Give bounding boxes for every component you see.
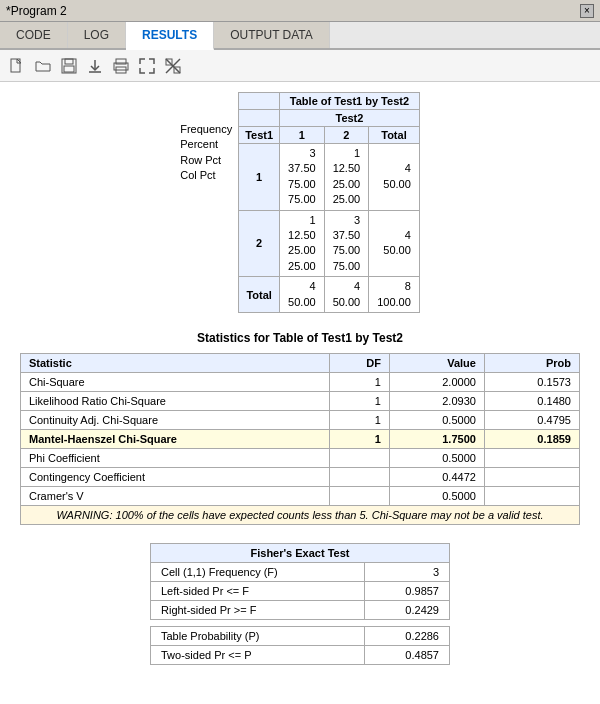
cell-total-1: 4 50.00 bbox=[280, 277, 325, 313]
stats-col-df: DF bbox=[330, 353, 389, 372]
stat-label: Likelihood Ratio Chi-Square bbox=[21, 391, 330, 410]
crosstab-wrapper: FrequencyPercentRow PctCol Pct Table of … bbox=[20, 92, 580, 313]
fullscreen-button[interactable] bbox=[162, 55, 184, 77]
stat-prob bbox=[484, 448, 579, 467]
tab-results[interactable]: RESULTS bbox=[126, 22, 214, 50]
stat-df bbox=[330, 448, 389, 467]
stat-label: Chi-Square bbox=[21, 372, 330, 391]
cell-2-1: 1 12.50 25.00 25.00 bbox=[280, 210, 325, 277]
table-row: Right-sided Pr >= F 0.2429 bbox=[151, 600, 450, 619]
new-button[interactable] bbox=[6, 55, 28, 77]
tab-log[interactable]: LOG bbox=[68, 22, 126, 48]
table-row: 1 3 37.50 75.00 75.00 1 12.50 25.00 25.0… bbox=[239, 144, 420, 211]
freq-label: FrequencyPercentRow PctCol Pct bbox=[180, 122, 232, 184]
tab-code[interactable]: CODE bbox=[0, 22, 68, 48]
table-row: Cell (1,1) Frequency (F) 3 bbox=[151, 562, 450, 581]
expand-icon bbox=[139, 58, 155, 74]
download-icon bbox=[87, 58, 103, 74]
stat-value: 0.5000 bbox=[389, 448, 484, 467]
stats-title: Statistics for Table of Test1 by Test2 bbox=[20, 331, 580, 345]
fisher-label: Table Probability (P) bbox=[151, 626, 365, 645]
stat-label: Mantel-Haenszel Chi-Square bbox=[21, 429, 330, 448]
stat-prob: 0.1573 bbox=[484, 372, 579, 391]
table-row: Statistic DF Value Prob bbox=[21, 353, 580, 372]
row-header-2: 2 bbox=[239, 210, 280, 277]
open-button[interactable] bbox=[32, 55, 54, 77]
fisher-table: Fisher's Exact Test Cell (1,1) Frequency… bbox=[150, 543, 450, 665]
test2-header: Test2 bbox=[280, 110, 420, 127]
fisher-label: Right-sided Pr >= F bbox=[151, 600, 365, 619]
stat-prob: 0.1480 bbox=[484, 391, 579, 410]
table-row: Chi-Square 1 2.0000 0.1573 bbox=[21, 372, 580, 391]
fisher-value: 0.9857 bbox=[365, 581, 450, 600]
stat-label: Contingency Coefficient bbox=[21, 467, 330, 486]
svg-rect-4 bbox=[64, 66, 74, 72]
table-row: Continuity Adj. Chi-Square 1 0.5000 0.47… bbox=[21, 410, 580, 429]
col-header-total: Total bbox=[369, 127, 420, 144]
crosstab-table: Table of Test1 by Test2 Test2 Test1 1 2 … bbox=[238, 92, 420, 313]
stat-value: 2.0000 bbox=[389, 372, 484, 391]
stats-col-prob: Prob bbox=[484, 353, 579, 372]
stat-label: Continuity Adj. Chi-Square bbox=[21, 410, 330, 429]
table-row: Left-sided Pr <= F 0.9857 bbox=[151, 581, 450, 600]
fisher-wrapper: Fisher's Exact Test Cell (1,1) Frequency… bbox=[20, 543, 580, 665]
title-bar-text: *Program 2 bbox=[6, 4, 67, 18]
table-row: Phi Coefficient 0.5000 bbox=[21, 448, 580, 467]
print-icon bbox=[113, 58, 129, 74]
table-row: Table Probability (P) 0.2286 bbox=[151, 626, 450, 645]
new-icon bbox=[9, 58, 25, 74]
stat-prob bbox=[484, 486, 579, 505]
stat-value: 0.4472 bbox=[389, 467, 484, 486]
toolbar bbox=[0, 50, 600, 82]
save-button[interactable] bbox=[58, 55, 80, 77]
tab-bar: CODE LOG RESULTS OUTPUT DATA bbox=[0, 22, 600, 50]
fisher-value: 3 bbox=[365, 562, 450, 581]
stats-warning-row: WARNING: 100% of the cells have expected… bbox=[21, 505, 580, 524]
fisher-section: Fisher's Exact Test Cell (1,1) Frequency… bbox=[20, 543, 580, 665]
svg-rect-3 bbox=[65, 59, 73, 64]
crosstab-title bbox=[239, 93, 280, 110]
crosstab-outer: FrequencyPercentRow PctCol Pct Table of … bbox=[180, 92, 420, 313]
stat-df: 1 bbox=[330, 429, 389, 448]
stat-prob: 0.4795 bbox=[484, 410, 579, 429]
print-button[interactable] bbox=[110, 55, 132, 77]
cell-1-1: 3 37.50 75.00 75.00 bbox=[280, 144, 325, 211]
fisher-value: 0.4857 bbox=[365, 645, 450, 664]
fisher-label: Two-sided Pr <= P bbox=[151, 645, 365, 664]
close-button[interactable]: × bbox=[580, 4, 594, 18]
table-row-spacer bbox=[151, 619, 450, 626]
stat-prob: 0.1859 bbox=[484, 429, 579, 448]
cell-2-total: 4 50.00 bbox=[369, 210, 420, 277]
stat-df: 1 bbox=[330, 391, 389, 410]
table-row: Fisher's Exact Test bbox=[151, 543, 450, 562]
open-icon bbox=[35, 58, 51, 74]
fisher-label: Cell (1,1) Frequency (F) bbox=[151, 562, 365, 581]
save-icon bbox=[61, 58, 77, 74]
cell-2-2: 3 37.50 75.00 75.00 bbox=[324, 210, 369, 277]
stat-value: 1.7500 bbox=[389, 429, 484, 448]
crosstab-section: FrequencyPercentRow PctCol Pct Table of … bbox=[20, 92, 580, 313]
tab-output-data[interactable]: OUTPUT DATA bbox=[214, 22, 330, 48]
download-button[interactable] bbox=[84, 55, 106, 77]
stat-value: 0.5000 bbox=[389, 486, 484, 505]
test1-header: Test1 bbox=[239, 127, 280, 144]
expand-button[interactable] bbox=[136, 55, 158, 77]
fisher-label: Left-sided Pr <= F bbox=[151, 581, 365, 600]
stat-df: 1 bbox=[330, 410, 389, 429]
stat-value: 0.5000 bbox=[389, 410, 484, 429]
crosstab-main-title: Table of Test1 by Test2 bbox=[280, 93, 420, 110]
fisher-value: 0.2429 bbox=[365, 600, 450, 619]
cell-total-2: 4 50.00 bbox=[324, 277, 369, 313]
stat-label: Cramer's V bbox=[21, 486, 330, 505]
stat-df: 1 bbox=[330, 372, 389, 391]
col-header-2: 2 bbox=[324, 127, 369, 144]
stat-value: 2.0930 bbox=[389, 391, 484, 410]
table-row: Mantel-Haenszel Chi-Square 1 1.7500 0.18… bbox=[21, 429, 580, 448]
col-header-1: 1 bbox=[280, 127, 325, 144]
table-row: Cramer's V 0.5000 bbox=[21, 486, 580, 505]
stats-warning: WARNING: 100% of the cells have expected… bbox=[21, 505, 580, 524]
stats-table: Statistic DF Value Prob Chi-Square 1 2.0… bbox=[20, 353, 580, 525]
table-row: Table of Test1 by Test2 bbox=[239, 93, 420, 110]
cell-total-total: 8 100.00 bbox=[369, 277, 420, 313]
fisher-title: Fisher's Exact Test bbox=[151, 543, 450, 562]
